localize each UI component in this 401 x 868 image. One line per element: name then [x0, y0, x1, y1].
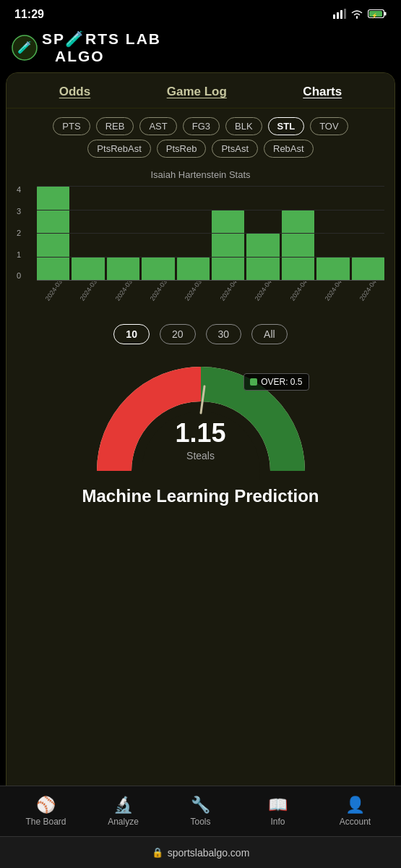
- y-label-4: 4: [17, 186, 21, 194]
- status-bar: 11:29 ⚡: [0, 0, 401, 26]
- bar-1: [37, 186, 69, 280]
- count-btn-all[interactable]: All: [251, 324, 288, 344]
- battery-icon: ⚡: [368, 9, 387, 21]
- bottom-nav: ⚾ The Board 🔬 Analyze 🔧 Tools 📖 Info 👤 A…: [0, 786, 401, 836]
- gauge-container: OVER: 0.5 1.15 Steals: [85, 359, 316, 482]
- pill-ptsreb[interactable]: PtsReb: [157, 140, 207, 158]
- nav-analyze-label: Analyze: [108, 817, 139, 827]
- nav-the-board-icon: ⚾: [36, 796, 56, 814]
- nav-tools-icon: 🔧: [191, 796, 210, 814]
- tabs-row: Odds Game Log Charts: [7, 73, 394, 109]
- bar-5: [177, 186, 210, 280]
- svg-rect-0: [333, 14, 335, 19]
- gauge-number: 1.15: [175, 418, 225, 448]
- nav-account-label: Account: [340, 817, 371, 827]
- x-label-7: 2024-04-04: [254, 281, 279, 302]
- pill-pts[interactable]: PTS: [53, 117, 90, 135]
- main-card: Odds Game Log Charts PTS REB AST FG3 BLK…: [6, 72, 395, 797]
- chart-area: Isaiah Hartenstein Stats 4 3 2 1 0: [7, 165, 394, 315]
- status-time: 11:29: [14, 8, 44, 21]
- status-icons: ⚡: [333, 9, 387, 21]
- x-label-9: 2024-04-07: [324, 281, 349, 302]
- tab-odds[interactable]: Odds: [53, 83, 96, 101]
- gauge-value: 1.15 Steals: [175, 418, 225, 461]
- nav-the-board[interactable]: ⚾ The Board: [7, 796, 85, 827]
- tab-charts[interactable]: Charts: [297, 83, 348, 101]
- logo-icon: 🧪: [12, 35, 38, 61]
- bar-8: [282, 186, 314, 280]
- url-bar[interactable]: 🔒 sportslabalgo.com: [0, 836, 401, 868]
- nav-account[interactable]: 👤 Account: [316, 796, 394, 827]
- nav-info-label: Info: [270, 817, 285, 827]
- nav-info-icon: 📖: [268, 796, 288, 814]
- pill-reb[interactable]: REB: [96, 117, 134, 135]
- chart-title: Isaiah Hartenstein Stats: [17, 169, 384, 180]
- header: 🧪 SP🧪RTS LAB ALGO: [0, 26, 401, 72]
- x-label-2: 2024-03-25: [79, 281, 104, 302]
- svg-text:⚡: ⚡: [371, 12, 378, 18]
- pill-blk[interactable]: BLK: [225, 117, 262, 135]
- gauge-section: OVER: 0.5 1.15 Steals Machine Learning P…: [7, 352, 394, 514]
- nav-tools[interactable]: 🔧 Tools: [162, 796, 239, 827]
- x-label-1: 2024-03-23: [43, 281, 69, 302]
- count-btn-20[interactable]: 20: [160, 324, 196, 344]
- svg-text:🧪: 🧪: [17, 41, 32, 54]
- pill-fg3[interactable]: FG3: [183, 117, 220, 135]
- legend-dot: [250, 378, 257, 386]
- bar-6: [212, 186, 244, 280]
- y-label-3: 3: [17, 208, 21, 216]
- gauge-legend: OVER: 0.5: [243, 373, 309, 391]
- gauge-stat-label: Steals: [175, 450, 225, 461]
- bar-2: [72, 186, 104, 280]
- legend-label: OVER: 0.5: [261, 377, 302, 387]
- x-label-8: 2024-04-06: [288, 281, 314, 302]
- svg-rect-5: [384, 12, 387, 15]
- x-label-4: 2024-03-30: [149, 281, 174, 302]
- logo-text: SP🧪RTS LAB ALGO: [42, 30, 161, 65]
- svg-rect-1: [337, 12, 339, 19]
- bar-7: [246, 186, 279, 280]
- bar-9: [316, 186, 349, 280]
- y-label-1: 1: [17, 251, 21, 259]
- nav-the-board-label: The Board: [25, 817, 66, 827]
- pill-rebast[interactable]: RebAst: [264, 140, 314, 158]
- bar-3: [107, 186, 139, 280]
- bar-10: [352, 186, 384, 280]
- pill-stl[interactable]: STL: [268, 117, 305, 135]
- pill-tov[interactable]: TOV: [310, 117, 348, 135]
- ml-title: Machine Learning Prediction: [82, 486, 319, 514]
- stat-pills-row1: PTS REB AST FG3 BLK STL TOV: [7, 109, 394, 140]
- svg-rect-3: [344, 9, 346, 19]
- svg-rect-2: [340, 10, 342, 19]
- signal-icon: [333, 9, 346, 21]
- count-buttons: 10 20 30 All: [7, 315, 394, 352]
- count-btn-30[interactable]: 30: [206, 324, 242, 344]
- nav-analyze[interactable]: 🔬 Analyze: [85, 796, 162, 827]
- pill-ptsrebast[interactable]: PtsRebAst: [87, 140, 150, 158]
- nav-analyze-icon: 🔬: [113, 796, 133, 814]
- nav-account-icon: 👤: [345, 796, 365, 814]
- tab-gamelog[interactable]: Game Log: [161, 83, 233, 101]
- y-label-2: 2: [17, 229, 21, 237]
- wifi-icon: [350, 9, 363, 21]
- x-label-5: 2024-03-31: [184, 281, 209, 302]
- x-label-3: 2024-03-27: [113, 281, 139, 302]
- url-lock-icon: 🔒: [152, 847, 163, 858]
- count-btn-10[interactable]: 10: [113, 324, 150, 344]
- nav-tools-label: Tools: [190, 817, 210, 827]
- pill-ptsast[interactable]: PtsAst: [212, 140, 258, 158]
- url-text: sportslabalgo.com: [168, 847, 250, 859]
- y-label-0: 0: [17, 272, 21, 280]
- stat-pills-row2: PtsRebAst PtsReb PtsAst RebAst: [7, 140, 394, 165]
- x-label-6: 2024-04-02: [219, 281, 244, 302]
- pill-ast[interactable]: AST: [139, 117, 176, 135]
- x-label-10: 2024-04-10: [358, 281, 384, 302]
- nav-info[interactable]: 📖 Info: [239, 796, 316, 827]
- bar-4: [142, 186, 174, 280]
